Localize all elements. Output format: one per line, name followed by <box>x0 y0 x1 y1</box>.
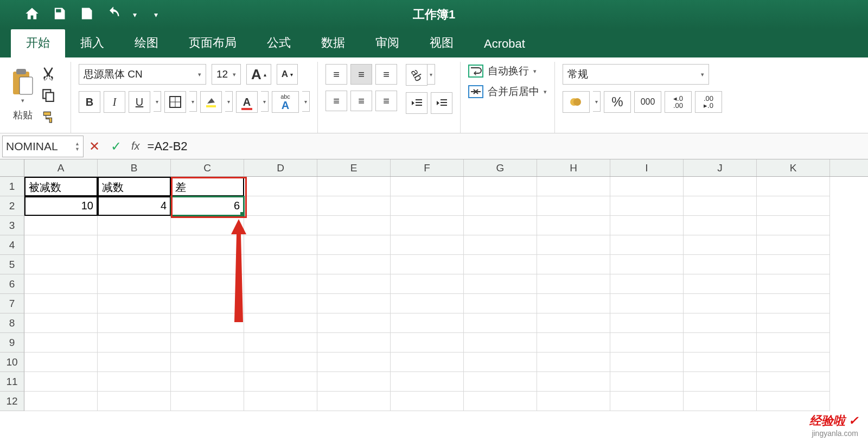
cell[interactable] <box>537 392 610 411</box>
cell[interactable] <box>24 216 98 235</box>
row-header[interactable]: 9 <box>0 333 24 353</box>
cell[interactable] <box>684 372 757 392</box>
cell[interactable] <box>757 255 830 274</box>
cell-C1[interactable]: 差 <box>171 177 244 196</box>
format-painter-icon[interactable] <box>41 110 55 126</box>
cell[interactable] <box>244 235 317 255</box>
font-name-select[interactable]: 思源黑体 CN▾ <box>79 64 206 85</box>
cell[interactable] <box>464 177 537 196</box>
tab-data[interactable]: 数据 <box>306 29 360 57</box>
cell[interactable] <box>244 177 317 196</box>
name-box[interactable]: NOMINAL ▲▼ <box>2 136 84 157</box>
cell[interactable] <box>391 313 464 333</box>
orientation-dropdown[interactable]: ▾ <box>427 64 435 85</box>
cell[interactable] <box>317 392 391 411</box>
undo-icon[interactable] <box>106 6 121 23</box>
tab-formula[interactable]: 公式 <box>252 29 306 57</box>
cell-B2[interactable]: 4 <box>98 196 171 216</box>
cell[interactable] <box>98 353 171 372</box>
tab-layout[interactable]: 页面布局 <box>174 29 252 57</box>
cell[interactable] <box>757 294 830 313</box>
cell[interactable] <box>317 313 391 333</box>
cell[interactable] <box>464 353 537 372</box>
fill-color-button[interactable] <box>200 91 222 113</box>
col-header[interactable]: F <box>391 159 464 176</box>
cell-B1[interactable]: 减数 <box>98 177 171 196</box>
paste-icon[interactable] <box>10 67 36 97</box>
cell[interactable] <box>684 274 757 294</box>
col-header[interactable]: G <box>464 159 537 176</box>
cell[interactable] <box>244 196 317 216</box>
fill-color-dropdown[interactable]: ▾ <box>225 91 233 112</box>
cell[interactable] <box>757 235 830 255</box>
underline-dropdown[interactable]: ▾ <box>154 91 161 112</box>
cell[interactable] <box>391 274 464 294</box>
copy-icon[interactable] <box>41 88 55 104</box>
cell[interactable] <box>684 255 757 274</box>
decrease-decimal-button[interactable]: .00▸.0 <box>695 91 722 113</box>
cell[interactable] <box>464 333 537 353</box>
borders-dropdown[interactable]: ▾ <box>189 91 197 112</box>
home-icon[interactable] <box>24 6 40 23</box>
cell[interactable] <box>684 235 757 255</box>
align-left-button[interactable]: ≡ <box>326 91 347 111</box>
cell[interactable] <box>610 255 684 274</box>
tab-home[interactable]: 开始 <box>11 29 65 57</box>
qat-overflow-icon[interactable]: ▾ <box>154 10 158 19</box>
percent-button[interactable]: % <box>604 91 631 113</box>
cell[interactable] <box>171 313 244 333</box>
save-icon[interactable] <box>52 6 67 23</box>
cell[interactable] <box>537 294 610 313</box>
cell[interactable] <box>391 216 464 235</box>
cell[interactable] <box>537 177 610 196</box>
cell[interactable] <box>757 216 830 235</box>
cell[interactable] <box>610 333 684 353</box>
orientation-button[interactable]: ab <box>406 64 427 86</box>
cell[interactable] <box>391 196 464 216</box>
cell[interactable] <box>317 235 391 255</box>
cell-C2[interactable]: 6 <box>171 196 244 216</box>
cell[interactable] <box>317 372 391 392</box>
cell[interactable] <box>757 392 830 411</box>
col-header[interactable]: C <box>171 159 244 176</box>
cell[interactable] <box>244 353 317 372</box>
cell[interactable] <box>171 392 244 411</box>
cell[interactable] <box>24 294 98 313</box>
cell-A2[interactable]: 10 <box>24 196 98 216</box>
cell[interactable] <box>757 353 830 372</box>
cell[interactable] <box>464 372 537 392</box>
cell[interactable] <box>757 333 830 353</box>
row-header[interactable]: 6 <box>0 274 24 294</box>
cell[interactable] <box>317 353 391 372</box>
cell[interactable] <box>391 333 464 353</box>
cell[interactable] <box>317 255 391 274</box>
cell[interactable] <box>171 333 244 353</box>
cell[interactable] <box>317 333 391 353</box>
cell[interactable] <box>244 294 317 313</box>
cell[interactable] <box>537 372 610 392</box>
cell[interactable] <box>464 196 537 216</box>
accounting-format-button[interactable] <box>563 91 590 113</box>
italic-button[interactable]: I <box>104 91 125 113</box>
tab-view[interactable]: 视图 <box>414 29 469 57</box>
cell[interactable] <box>684 333 757 353</box>
font-size-select[interactable]: 12▾ <box>212 64 241 85</box>
cell[interactable] <box>98 372 171 392</box>
cell[interactable] <box>684 216 757 235</box>
cell[interactable] <box>757 372 830 392</box>
cell[interactable] <box>464 392 537 411</box>
align-center-button[interactable]: ≡ <box>350 91 372 111</box>
cell[interactable] <box>171 216 244 235</box>
cell[interactable] <box>610 353 684 372</box>
row-header[interactable]: 4 <box>0 235 24 255</box>
cell[interactable] <box>610 177 684 196</box>
cell[interactable] <box>244 333 317 353</box>
col-header[interactable]: E <box>317 159 391 176</box>
align-middle-button[interactable]: ≡ <box>350 64 372 85</box>
cell[interactable] <box>391 177 464 196</box>
cell[interactable] <box>391 294 464 313</box>
font-color-button[interactable]: A <box>236 91 258 113</box>
cell[interactable] <box>537 274 610 294</box>
col-header[interactable]: J <box>684 159 757 176</box>
cell[interactable] <box>317 294 391 313</box>
